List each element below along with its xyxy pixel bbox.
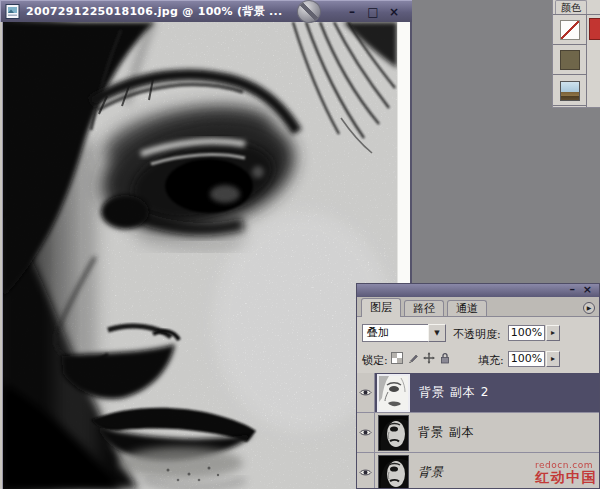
tab-layers[interactable]: 图层 [361,298,401,317]
layers-panel: – × 图层 路径 通道 ▶ 叠加 ▼ 不透明度: 100% ▸ 锁定: [356,283,600,489]
swatch-cell[interactable] [553,45,586,75]
lock-position-button[interactable] [422,351,436,365]
portrait-image [3,22,397,489]
panel-minimize-button[interactable]: – [570,284,576,296]
watermark-url: redocn.com [535,461,597,470]
swatch-cell[interactable] [553,76,586,106]
layer-thumbnail[interactable] [377,374,410,412]
red-swatch[interactable] [589,18,600,40]
layers-panel-tabs: 图层 路径 通道 ▶ [357,297,599,317]
no-style-swatch-icon [560,20,580,40]
layer-name: 背景 副本 2 [419,384,489,401]
opacity-input[interactable]: 100% [508,325,545,341]
eye-icon [359,428,372,437]
pattern-swatch-icon [560,81,580,101]
layer-name: 背景 副本 [418,424,475,441]
lock-all-button[interactable] [438,351,452,365]
site-watermark: redocn.com 红动中国 [535,461,597,485]
paintbrush-icon [407,352,419,364]
document-window: 2007291225018106.jpg @ 100% (背景 ... – □ … [0,0,412,489]
tab-paths[interactable]: 路径 [404,300,444,316]
arrow-right-icon: ▸ [551,329,555,337]
eye-icon [359,468,372,477]
eye-icon [359,388,372,397]
arrow-right-icon: ▸ [551,355,555,363]
close-button[interactable]: × [388,2,400,22]
menu-arrow-icon: ▶ [587,305,592,311]
maximize-button[interactable]: □ [367,2,379,22]
layer-thumbnail[interactable] [378,415,409,451]
fill-input[interactable]: 100% [508,351,545,367]
tab-color[interactable]: 颜色 [555,0,587,14]
layer-row-background-copy[interactable]: 背景 副本 [357,413,599,453]
visibility-toggle[interactable] [357,373,375,412]
fill-label: 填充: [478,353,504,368]
minimize-button[interactable]: – [346,2,358,22]
opacity-label: 不透明度: [453,327,501,342]
tab-channels[interactable]: 通道 [447,300,487,316]
blend-mode-select[interactable]: 叠加 [362,324,429,342]
divider [586,14,587,107]
layers-panel-titlebar[interactable]: – × [357,284,599,297]
opacity-slider-button[interactable]: ▸ [546,325,560,341]
padlock-icon [439,352,451,364]
layer-name: 背景 [418,464,444,481]
stamp-badge-icon [297,0,321,23]
watermark-brand: 红动中国 [535,470,597,485]
blend-mode-dropdown-button[interactable]: ▼ [428,324,446,342]
document-file-icon [5,4,21,19]
canvas-area[interactable] [3,22,397,489]
color-panel: 颜色 [552,0,600,108]
lock-label: 锁定: [362,353,388,368]
move-cross-icon [423,352,435,364]
chevron-down-icon: ▼ [434,330,439,337]
panel-close-button[interactable]: × [583,284,592,296]
fill-slider-button[interactable]: ▸ [546,351,560,367]
layer-thumbnail[interactable] [378,455,409,489]
layer-row-background-copy-2[interactable]: 背景 副本 2 [357,373,599,413]
visibility-toggle[interactable] [357,453,375,488]
document-title: 2007291225018106.jpg @ 100% (背景 ... [26,4,341,19]
panel-menu-button[interactable]: ▶ [583,302,595,314]
olive-swatch-icon [560,50,580,70]
lock-pixels-button[interactable] [406,351,420,365]
swatch-cell[interactable] [553,15,586,45]
layers-panel-controls: 叠加 ▼ 不透明度: 100% ▸ 锁定: [357,318,599,374]
checkerboard-icon [391,352,403,364]
document-titlebar[interactable]: 2007291225018106.jpg @ 100% (背景 ... – □ … [0,0,412,22]
lock-transparency-button[interactable] [390,351,404,365]
visibility-toggle[interactable] [357,413,375,452]
screenshot-root: 2007291225018106.jpg @ 100% (背景 ... – □ … [0,0,600,489]
